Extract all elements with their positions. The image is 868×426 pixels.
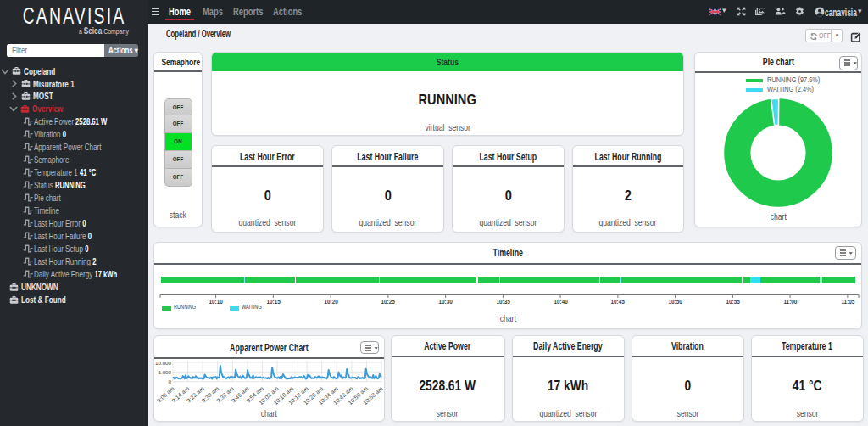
svg-text:5.000: 5.000 — [159, 369, 172, 375]
svg-text:0: 0 — [169, 378, 172, 384]
svg-text:10.000: 10.000 — [155, 360, 171, 366]
